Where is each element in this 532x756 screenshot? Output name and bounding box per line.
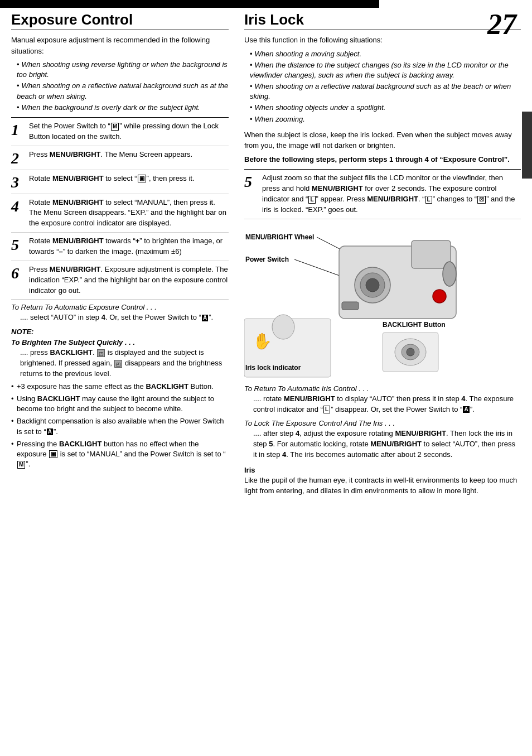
note-bullet-2: Using BACKLIGHT may cause the light arou… [11,394,229,414]
step-6-number: 6 [11,266,25,281]
steps-container: 1 Set the Power Switch to “M” while pres… [11,117,229,300]
note-bullet-3: Backlight compensation is also available… [11,416,229,436]
backlight-icon: ◰ [97,349,105,357]
return-iris-text: .... rotate MENU/BRIGHT to display “AUTO… [253,394,521,415]
step-3: 3 Rotate MENU/BRIGHT to select “▣”, then… [11,170,229,194]
lock-exposure-title: To Lock The Exposure Control And The Iri… [244,419,521,427]
step-2-number: 2 [11,151,25,166]
step-5-right-number: 5 [244,174,258,215]
icon-m-note: M [17,461,25,469]
svg-text:Power Switch: Power Switch [245,256,289,263]
iris-bullet-2: When the distance to the subject changes… [244,60,521,80]
left-column: Exposure Control Manual exposure adjustm… [11,11,229,500]
svg-point-13 [272,315,294,339]
step-5: 5 Rotate MENU/BRIGHT towards “+” to brig… [11,233,229,261]
iris-bullet-4: When shooting objects under a spotlight. [244,103,521,113]
return-auto-iris: To Return To Automatic Iris Control . . … [244,384,521,415]
step-3-number: 3 [11,175,25,190]
step-4: 4 Rotate MENU/BRIGHT to select “MANUAL”,… [11,194,229,233]
left-bullet-1: When shooting using reverse lighting or … [11,60,229,80]
icon-m: M [111,123,119,131]
icon-l2: L [425,196,432,204]
right-column: Iris Lock Use this function in the follo… [244,11,521,500]
top-bar [0,0,379,8]
left-bullet-3: When the background is overly dark or th… [11,103,229,113]
iris-info-text: Like the pupil of the human eye, it cont… [244,475,521,497]
svg-text:BACKLIGHT Button: BACKLIGHT Button [383,321,446,329]
note-bullets: +3 exposure has the same effect as the B… [11,382,229,470]
iris-desc1: When the subject is close, keep the iris… [244,130,521,151]
left-bullets: When shooting using reverse lighting or … [11,60,229,113]
svg-text:MENU/BRIGHT Wheel: MENU/BRIGHT Wheel [245,233,314,241]
step-2-text: Press MENU/BRIGHT. The Menu Screen appea… [29,150,192,160]
camera-diagram: MENU/BRIGHT Wheel Power Switch [244,224,521,380]
icon-a-filled: A [202,315,208,321]
step-5-right-text: Adjust zoom so that the subject fills th… [262,173,521,215]
svg-point-9 [443,262,456,286]
icon-exposure-note: ▣ [49,450,57,458]
step-5-number: 5 [11,237,25,253]
lock-exposure-section: To Lock The Exposure Control And The Iri… [244,419,521,460]
svg-rect-10 [342,302,359,310]
right-section-title: Iris Lock [244,11,521,30]
return-auto-title: To Return To Automatic Exposure Control … [11,303,229,311]
iris-info: Iris Like the pupil of the human eye, it… [244,466,521,497]
iris-bullet-5: When zooming. [244,114,521,124]
step-4-text: Rotate MENU/BRIGHT to select “MANUAL”, t… [29,198,229,229]
icon-l: L [308,196,315,204]
iris-bullets: When shooting a moving subject. When the… [244,49,521,124]
note-title: NOTE: [11,328,229,336]
lock-exposure-text: .... after step 4, adjust the exposure r… [253,428,521,460]
step-3-text: Rotate MENU/BRIGHT to select “▣”, then p… [29,174,195,184]
step-1-number: 1 [11,122,25,138]
page-number: 27 [487,10,516,39]
step-2: 2 Press MENU/BRIGHT. The Menu Screen app… [11,146,229,170]
svg-text:Iris lock indicator: Iris lock indicator [245,364,301,372]
camera-svg: MENU/BRIGHT Wheel Power Switch [244,224,473,380]
icon-l-locked: ☒ [477,196,486,204]
step-6: 6 Press MENU/BRIGHT. Exposure adjustment… [11,261,229,300]
svg-point-7 [366,278,379,292]
step-4-number: 4 [11,199,25,214]
iris-bullet-3: When shooting on a reflective natural ba… [244,81,521,102]
left-intro: Manual exposure adjustment is recommende… [11,35,229,56]
return-auto-exposure: To Return To Automatic Exposure Control … [11,303,229,323]
step-1-text: Set the Power Switch to “M” while pressi… [29,121,229,142]
right-intro: Use this function in the following situa… [244,35,521,46]
step-6-text: Press MENU/BRIGHT. Exposure adjustment i… [29,264,229,296]
icon-a-return: A [463,406,469,413]
left-bullet-2: When shooting on a reflective natural ba… [11,81,229,101]
svg-point-20 [407,348,414,356]
page-content: Exposure Control Manual exposure adjustm… [0,0,532,500]
backlight-icon-2: ◰ [114,360,122,368]
icon-exposure: ▣ [138,175,146,182]
brighten-text: .... press BACKLIGHT. ◰ is displayed and… [20,348,229,379]
svg-point-11 [433,290,446,303]
note-bullet-1: +3 exposure has the same effect as the B… [11,382,229,392]
iris-desc2: Before the following steps, perform step… [244,155,521,165]
step-1: 1 Set the Power Switch to “M” while pres… [11,118,229,146]
return-auto-text: .... select “AUTO” in step 4. Or, set th… [20,312,229,323]
right-bar [522,112,532,179]
note-section: NOTE: To Brighten The Subject Quickly . … [11,328,229,469]
iris-bullet-1: When shooting a moving subject. [244,49,521,59]
svg-text:✋: ✋ [253,332,272,350]
brighten-title: To Brighten The Subject Quickly . . . [11,338,229,346]
icon-l-return: L [323,406,330,413]
note-bullet-4: Pressing the BACKLIGHT button has no eff… [11,439,229,470]
step-5-text: Rotate MENU/BRIGHT towards “+” to bright… [29,236,229,257]
svg-rect-8 [412,240,451,268]
icon-a-note: A [47,428,53,435]
return-iris-title: To Return To Automatic Iris Control . . … [244,384,521,393]
step-5-right: 5 Adjust zoom so that the subject fills … [244,169,521,219]
iris-info-title: Iris [244,466,521,474]
left-section-title: Exposure Control [11,11,229,30]
